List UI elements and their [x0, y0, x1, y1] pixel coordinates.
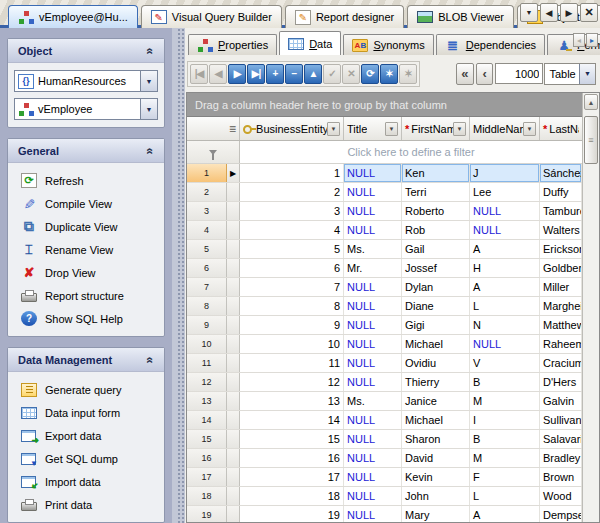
- row-number-cell[interactable]: 15: [187, 430, 227, 448]
- row-number-cell[interactable]: 11: [187, 354, 227, 372]
- cell-firstname[interactable]: Gail: [402, 240, 470, 258]
- row-number-cell[interactable]: 17: [187, 468, 227, 486]
- cell-firstname[interactable]: Roberto: [402, 202, 470, 220]
- cell-lastname[interactable]: Duffy: [540, 183, 582, 201]
- cell-lastname[interactable]: Galvin: [540, 392, 582, 410]
- data-management-panel-header[interactable]: Data Management: [8, 348, 164, 372]
- cell-businessentityid[interactable]: 17: [240, 468, 344, 486]
- table-row[interactable]: 19 19 NULL Mary A Dempsey: [187, 506, 582, 523]
- collapse-panel-icon[interactable]: [144, 356, 158, 363]
- table-row[interactable]: 14 14 NULL Michael I Sullivan: [187, 411, 582, 430]
- row-number-cell[interactable]: 13: [187, 392, 227, 410]
- table-row[interactable]: 13 13 Ms. Janice M Galvin: [187, 392, 582, 411]
- cell-title[interactable]: Ms.: [344, 240, 402, 258]
- cell-title[interactable]: NULL: [344, 506, 402, 523]
- table-row[interactable]: 10 10 NULL Michael NULL Raheem: [187, 335, 582, 354]
- vertical-scrollbar[interactable]: [582, 93, 599, 522]
- tab-dependencies[interactable]: Dependencies: [436, 34, 545, 55]
- cell-lastname[interactable]: D'Hers: [540, 373, 582, 391]
- cell-businessentityid[interactable]: 12: [240, 373, 344, 391]
- cell-middlename[interactable]: I: [470, 411, 540, 429]
- row-number-cell[interactable]: 19: [187, 506, 227, 523]
- define-filter-link[interactable]: Click here to define a filter: [240, 141, 582, 163]
- sidebar-item-generate-query[interactable]: Generate query: [12, 378, 160, 401]
- column-header-title[interactable]: Title: [344, 117, 402, 140]
- cell-businessentityid[interactable]: 3: [240, 202, 344, 220]
- view-mode-select[interactable]: Table: [544, 63, 596, 85]
- column-header-businessentityid[interactable]: BusinessEntityID: [240, 117, 344, 140]
- group-by-bar[interactable]: Drag a column header here to group by th…: [187, 93, 582, 117]
- cell-middlename[interactable]: M: [470, 449, 540, 467]
- cell-firstname[interactable]: Rob: [402, 221, 470, 239]
- insert-record-button[interactable]: +: [266, 64, 284, 84]
- table-row[interactable]: 7 7 NULL Dylan A Miller: [187, 278, 582, 297]
- cell-lastname[interactable]: Tamburello: [540, 202, 582, 220]
- cell-businessentityid[interactable]: 14: [240, 411, 344, 429]
- scrollbar-thumb[interactable]: [584, 116, 598, 164]
- cell-lastname[interactable]: Walters: [540, 221, 582, 239]
- cell-firstname[interactable]: Gigi: [402, 316, 470, 334]
- row-number-cell[interactable]: 7: [187, 278, 227, 296]
- cell-title[interactable]: NULL: [344, 164, 402, 182]
- collapse-panel-icon[interactable]: [144, 47, 158, 54]
- cell-businessentityid[interactable]: 4: [240, 221, 344, 239]
- cell-businessentityid[interactable]: 15: [240, 430, 344, 448]
- cell-middlename[interactable]: B: [470, 373, 540, 391]
- remove-filter-button[interactable]: ✶: [399, 64, 417, 84]
- cell-middlename[interactable]: NULL: [470, 202, 540, 220]
- table-row[interactable]: 2 2 NULL Terri Lee Duffy: [187, 183, 582, 202]
- sidebar-item-refresh[interactable]: Refresh: [12, 169, 160, 192]
- sidebar-splitter[interactable]: [172, 28, 185, 523]
- cell-firstname[interactable]: Jossef: [402, 259, 470, 277]
- row-number-cell[interactable]: 14: [187, 411, 227, 429]
- cell-middlename[interactable]: M: [470, 392, 540, 410]
- prior-record-button[interactable]: ◀: [209, 64, 227, 84]
- last-record-button[interactable]: ▶|: [247, 64, 265, 84]
- column-filter-dropdown-icon[interactable]: [327, 122, 340, 136]
- cell-lastname[interactable]: Miller: [540, 278, 582, 296]
- cell-title[interactable]: NULL: [344, 411, 402, 429]
- cell-firstname[interactable]: Terri: [402, 183, 470, 201]
- cell-middlename[interactable]: F: [470, 468, 540, 486]
- object-tabs-scroll-right-icon[interactable]: [586, 33, 598, 47]
- general-panel-header[interactable]: General: [8, 139, 164, 163]
- table-row[interactable]: 15 15 NULL Sharon B Salavaria: [187, 430, 582, 449]
- refresh-records-button[interactable]: ⟳: [361, 64, 379, 84]
- table-row[interactable]: 16 16 NULL David M Bradley: [187, 449, 582, 468]
- tab-blob-viewer[interactable]: BLOB Viewer: [407, 5, 514, 28]
- sidebar-item-import-data[interactable]: Import data: [12, 470, 160, 493]
- cell-lastname[interactable]: Sánchez: [540, 164, 582, 182]
- cell-businessentityid[interactable]: 10: [240, 335, 344, 353]
- row-number-cell[interactable]: 2: [187, 183, 227, 201]
- cell-middlename[interactable]: A: [470, 278, 540, 296]
- next-record-button[interactable]: ▶: [228, 64, 246, 84]
- row-number-cell[interactable]: 9: [187, 316, 227, 334]
- cell-title[interactable]: NULL: [344, 297, 402, 315]
- filter-icon-cell[interactable]: [187, 141, 240, 163]
- column-filter-dropdown-icon[interactable]: [523, 122, 536, 136]
- cell-firstname[interactable]: David: [402, 449, 470, 467]
- cell-firstname[interactable]: Ken: [402, 164, 470, 182]
- grid-corner-cell[interactable]: [187, 117, 240, 140]
- sidebar-item-report-structure[interactable]: Report structure: [12, 284, 160, 307]
- cell-middlename[interactable]: J: [470, 164, 540, 182]
- cell-title[interactable]: Ms.: [344, 392, 402, 410]
- cell-title[interactable]: NULL: [344, 373, 402, 391]
- column-header-firstname[interactable]: FirstName: [402, 117, 470, 140]
- cell-middlename[interactable]: V: [470, 354, 540, 372]
- first-record-button[interactable]: |◀: [190, 64, 208, 84]
- cell-firstname[interactable]: Kevin: [402, 468, 470, 486]
- sidebar-item-rename-view[interactable]: Rename View: [12, 238, 160, 261]
- tab-report-designer[interactable]: Report designer: [285, 5, 404, 28]
- cell-middlename[interactable]: B: [470, 430, 540, 448]
- tab-visual-query-builder[interactable]: Visual Query Builder: [141, 5, 282, 28]
- table-row[interactable]: 3 3 NULL Roberto NULL Tamburello: [187, 202, 582, 221]
- cell-title[interactable]: NULL: [344, 468, 402, 486]
- tab-scroll-left-icon[interactable]: [540, 3, 558, 22]
- cell-businessentityid[interactable]: 9: [240, 316, 344, 334]
- table-row[interactable]: 9 9 NULL Gigi N Matthew: [187, 316, 582, 335]
- row-number-cell[interactable]: 12: [187, 373, 227, 391]
- cell-firstname[interactable]: Sharon: [402, 430, 470, 448]
- row-number-cell[interactable]: 10: [187, 335, 227, 353]
- column-customize-icon[interactable]: [229, 122, 236, 136]
